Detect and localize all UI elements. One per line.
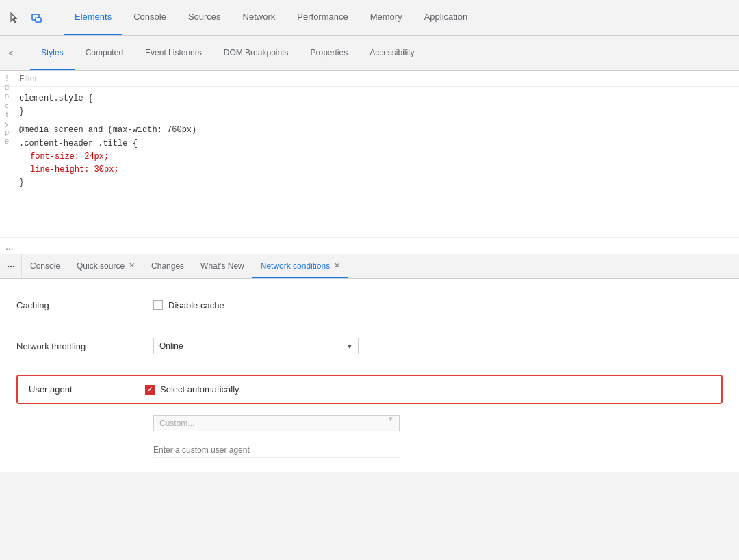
- svg-point-4: [12, 265, 14, 267]
- more-button[interactable]: ...: [0, 237, 739, 254]
- side-labels: ! d o c t y p e: [0, 71, 14, 146]
- side-label-excl: !: [5, 74, 8, 83]
- bottom-tab-changes-label: Changes: [151, 261, 184, 271]
- user-agent-row: User agent Select automatically: [16, 375, 723, 404]
- network-throttling-row: Network throttling Online Fast 3G Slow 3…: [16, 334, 723, 358]
- caching-label: Caching: [16, 300, 153, 310]
- custom-select-wrapper: Custom... ▼: [153, 415, 400, 431]
- side-label-d: d: [5, 83, 9, 92]
- sub-tab-dom-breakpoints[interactable]: DOM Breakpoints: [213, 36, 300, 70]
- css-media-query: @media screen and (max-width: 760px): [19, 125, 196, 135]
- devtools-icons: [5, 8, 55, 27]
- network-throttling-select[interactable]: Online Fast 3G Slow 3G Offline: [153, 338, 359, 354]
- sub-tab-accessibility[interactable]: Accessibility: [359, 36, 425, 70]
- bottom-tab-quick-source[interactable]: Quick source ✕: [68, 254, 143, 278]
- network-throttling-select-wrapper: Online Fast 3G Slow 3G Offline ▼: [153, 338, 359, 354]
- custom-ua-input[interactable]: [153, 442, 400, 458]
- styles-panel: ! d o c t y p e element.style { }: [0, 71, 739, 254]
- panels-container: ! d o c t y p e element.style { }: [0, 71, 739, 560]
- side-label-p: p: [5, 128, 9, 137]
- sub-tab-styles[interactable]: Styles: [30, 36, 75, 70]
- css-element-selector: element.style {: [19, 94, 93, 103]
- main-content: < Styles Computed Event Listeners DOM Br…: [0, 36, 739, 560]
- css-media-block: @media screen and (max-width: 760px) .co…: [19, 124, 734, 189]
- sub-nav-left-icon: <: [5, 45, 30, 61]
- bottom-tab-network-conditions-label: Network conditions: [261, 261, 330, 271]
- select-automatically-wrapper[interactable]: Select automatically: [145, 384, 239, 395]
- disable-cache-label: Disable cache: [168, 300, 224, 310]
- caching-row: Caching Disable cache: [16, 293, 723, 317]
- svg-point-3: [10, 265, 11, 267]
- network-conditions-close-icon[interactable]: ✕: [334, 261, 340, 270]
- bottom-tab-quick-source-label: Quick source: [77, 261, 125, 271]
- network-conditions-panel: Caching Disable cache Network throttling: [0, 279, 739, 560]
- select-automatically-checkbox[interactable]: [145, 385, 155, 395]
- sub-tab-computed[interactable]: Computed: [75, 36, 134, 70]
- bottom-tab-whats-new[interactable]: What's New: [192, 254, 252, 278]
- tab-performance[interactable]: Performance: [286, 0, 359, 35]
- tab-network[interactable]: Network: [232, 0, 287, 35]
- css-class-selector: .content-header .title {: [19, 139, 138, 148]
- bottom-tab-network-conditions[interactable]: Network conditions ✕: [252, 254, 348, 278]
- more-dots: ...: [5, 241, 14, 252]
- caching-control: Disable cache: [153, 300, 723, 310]
- bottom-tab-whats-new-label: What's New: [200, 261, 244, 271]
- nc-panel-inner: Caching Disable cache Network throttling: [0, 279, 739, 472]
- cursor-icon[interactable]: [5, 8, 25, 27]
- select-automatically-label: Select automatically: [160, 384, 239, 395]
- side-label-e: e: [5, 137, 9, 146]
- side-label-c: c: [5, 101, 9, 110]
- side-label-y: y: [5, 119, 9, 128]
- custom-select-row: Custom... ▼: [16, 415, 723, 431]
- disable-cache-wrapper[interactable]: Disable cache: [153, 300, 224, 310]
- sub-tab-properties[interactable]: Properties: [299, 36, 359, 70]
- styles-filter-input[interactable]: [19, 74, 734, 83]
- network-throttling-control: Online Fast 3G Slow 3G Offline ▼: [153, 338, 723, 354]
- sub-tab-event-listeners[interactable]: Event Listeners: [134, 36, 213, 70]
- css-element-style-block: element.style { }: [19, 92, 734, 118]
- sub-nav-tabs: Styles Computed Event Listeners DOM Brea…: [30, 36, 426, 70]
- element-selector-icon[interactable]: [27, 8, 47, 27]
- css-val-lineheight: 30px;: [89, 165, 118, 174]
- bottom-tab-console-label: Console: [30, 261, 60, 271]
- css-val-fontsize: 24px;: [79, 152, 109, 161]
- css-code-area: element.style { } @media screen and (max…: [0, 87, 739, 237]
- filter-row: [0, 71, 739, 87]
- bottom-tabs-menu-icon[interactable]: [0, 254, 22, 278]
- tab-memory[interactable]: Memory: [359, 0, 413, 35]
- svg-point-2: [7, 265, 8, 267]
- css-element-close: }: [19, 107, 24, 116]
- tab-elements[interactable]: Elements: [64, 0, 122, 35]
- quick-source-close-icon[interactable]: ✕: [129, 261, 135, 270]
- top-nav: Elements Console Sources Network Perform…: [0, 0, 739, 36]
- tab-application[interactable]: Application: [413, 0, 479, 35]
- css-media-close: }: [19, 178, 24, 187]
- bottom-tab-console[interactable]: Console: [22, 254, 68, 278]
- user-agent-control: Select automatically: [145, 384, 710, 395]
- sub-nav-arrow[interactable]: <: [5, 45, 16, 61]
- side-label-o: o: [5, 92, 9, 101]
- disable-cache-checkbox[interactable]: [153, 300, 163, 310]
- top-nav-tabs: Elements Console Sources Network Perform…: [64, 0, 478, 35]
- custom-ua-select[interactable]: Custom...: [153, 415, 400, 431]
- bottom-tab-changes[interactable]: Changes: [143, 254, 192, 278]
- bottom-section: Console Quick source ✕ Changes What's Ne…: [0, 254, 739, 560]
- svg-rect-1: [36, 18, 41, 22]
- tab-console[interactable]: Console: [122, 0, 177, 35]
- network-throttling-label: Network throttling: [16, 341, 153, 351]
- sub-nav: < Styles Computed Event Listeners DOM Br…: [0, 36, 739, 71]
- side-label-t: t: [5, 110, 8, 119]
- css-prop-lineheight: line-height: 30px;: [30, 165, 119, 174]
- tab-sources[interactable]: Sources: [177, 0, 232, 35]
- user-agent-label: User agent: [29, 384, 145, 395]
- css-prop-fontsize: font-size: 24px;: [30, 152, 109, 161]
- custom-ua-row: [16, 442, 723, 458]
- bottom-tabs-bar: Console Quick source ✕ Changes What's Ne…: [0, 254, 739, 279]
